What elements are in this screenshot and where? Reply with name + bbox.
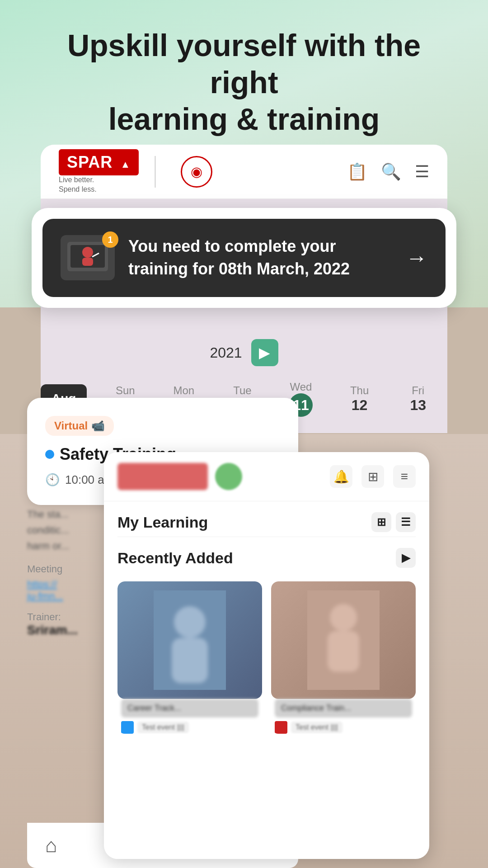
spar-tagline: Live better. Spend less. (59, 175, 139, 194)
my-learning-section-title: My Learning ⊞ ☰ (104, 501, 429, 537)
ml-logo-circle (215, 463, 242, 490)
calendar-icon[interactable]: ▶ (251, 339, 278, 366)
svg-point-9 (330, 604, 357, 631)
svg-rect-3 (82, 258, 93, 266)
course-label-1: Career Track... (121, 699, 258, 717)
virtual-badge: Virtual 📹 (45, 416, 114, 436)
course-person-image-1 (117, 581, 262, 699)
spar-divider (155, 156, 156, 188)
meeting-link[interactable]: https://ju-fmn... (27, 579, 63, 602)
course-label-2: Compliance Train... (275, 699, 412, 717)
svg-rect-7 (172, 638, 208, 683)
home-nav-icon[interactable]: ⌂ (45, 834, 57, 857)
ml-recently-added-icon[interactable]: ▶ (396, 548, 416, 568)
notification-banner-wrapper: 1 You need to complete your training for… (32, 208, 456, 308)
ml-menu-icon[interactable]: ≡ (393, 465, 416, 488)
spar-header: SPAR ▲ Live better. Spend less. ◉ 📋 🔍 ☰ (41, 145, 447, 199)
notification-text: You need to complete your training for 0… (128, 235, 392, 281)
notification-arrow-icon[interactable]: → (406, 245, 427, 270)
my-learning-card: 🔔 ⊞ ≡ My Learning ⊞ ☰ Recently Added ▶ (104, 452, 429, 859)
search-nav-icon[interactable]: 🔍 (381, 162, 401, 181)
calendar-year-row: 2021 ▶ (41, 339, 447, 366)
spar-logo: SPAR ▲ Live better. Spend less. ◉ (59, 149, 212, 194)
calendar-year-text: 2021 (210, 344, 242, 361)
ml-header-icons[interactable]: 🔔 ⊞ ≡ (330, 465, 416, 488)
course-footer-1: Test event |||| (117, 717, 262, 734)
ml-section-icon-1[interactable]: ⊞ (371, 512, 391, 532)
headline-line1: Upskill yourself with the right (67, 28, 421, 99)
ml-spar-logo-blurred (117, 463, 208, 490)
ml-section-icon-2[interactable]: ☰ (396, 512, 416, 532)
calendar-day-thu[interactable]: Thu 12 (330, 377, 389, 421)
blue-dot-icon (45, 450, 54, 459)
svg-point-2 (82, 247, 93, 258)
spar-logo-red-box: SPAR ▲ Live better. Spend less. (59, 149, 139, 194)
course-tag-icon-1 (121, 721, 134, 734)
course-tag-icon-2 (275, 721, 287, 734)
course-thumb-img-1 (117, 581, 262, 699)
course-thumb-img-2 (271, 581, 416, 699)
svg-rect-10 (328, 631, 359, 672)
course-footer-2: Test event |||| (271, 717, 416, 734)
course-thumb-2[interactable]: Compliance Train... Test event |||| (271, 581, 416, 734)
notification-banner[interactable]: 1 You need to complete your training for… (42, 219, 446, 297)
notification-badge: 1 (102, 231, 118, 248)
clock-icon: 🕙 (45, 473, 60, 487)
course-thumb-1[interactable]: Career Track... Test event |||| (117, 581, 262, 734)
spar-logo-text: SPAR ▲ (59, 149, 139, 175)
ml-grid-icon[interactable]: ⊞ (361, 465, 384, 488)
calendar-day-fri[interactable]: Fri 13 (389, 377, 447, 421)
course-footer-tag-2: Test event |||| (291, 722, 343, 733)
my-learning-header: 🔔 ⊞ ≡ (104, 452, 429, 501)
spar-makeflex-logo: ◉ (181, 156, 212, 188)
notification-icon-area: 1 (61, 235, 115, 280)
ml-notification-icon[interactable]: 🔔 (330, 465, 352, 488)
video-icon: 📹 (91, 420, 105, 432)
spar-nav-icons[interactable]: 📋 🔍 ☰ (347, 162, 429, 181)
svg-point-6 (174, 606, 206, 638)
recently-added-section-title: Recently Added ▶ (104, 537, 429, 572)
menu-nav-icon[interactable]: ☰ (415, 162, 429, 181)
course-thumbnails-row: Career Track... Test event |||| (104, 572, 429, 743)
course-person-image-2 (271, 581, 416, 699)
course-footer-tag-1: Test event |||| (137, 722, 189, 733)
calendar-nav-icon[interactable]: 📋 (347, 162, 367, 181)
